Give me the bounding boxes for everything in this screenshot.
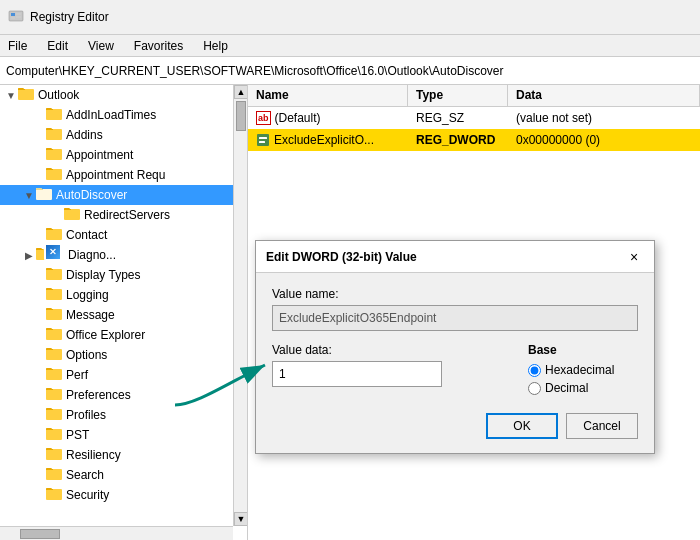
tree-vscroll-thumb[interactable] xyxy=(236,101,246,131)
address-path: Computer\HKEY_CURRENT_USER\SOFTWARE\Micr… xyxy=(6,64,503,78)
tree-hscroll-thumb[interactable] xyxy=(20,529,60,539)
tree-item-message[interactable]: Message xyxy=(0,305,247,325)
tree-label-redirectservers: RedirectServers xyxy=(84,208,170,222)
value-type-default: REG_SZ xyxy=(408,109,508,127)
folder-icon-appointment xyxy=(46,147,62,164)
tree-item-autodiscover[interactable]: ▼ AutoDiscover xyxy=(0,185,247,205)
tree-item-options[interactable]: Options xyxy=(0,345,247,365)
tree-vscroll-up[interactable]: ▲ xyxy=(234,85,248,99)
folder-icon-addintimes xyxy=(46,107,62,124)
svg-rect-4 xyxy=(16,16,21,18)
tree-label-logging: Logging xyxy=(66,288,109,302)
folder-icon-redirectservers xyxy=(64,207,80,224)
tree-item-displaytypes[interactable]: Display Types xyxy=(0,265,247,285)
menu-favorites[interactable]: Favorites xyxy=(130,37,187,55)
menu-edit[interactable]: Edit xyxy=(43,37,72,55)
dialog-close-button[interactable]: × xyxy=(624,247,644,267)
folder-icon-officeexplorer xyxy=(46,327,62,344)
value-data-excludeexplicit: 0x00000000 (0) xyxy=(508,131,700,149)
tree-item-security[interactable]: Security xyxy=(0,485,247,505)
tree-item-addintimes[interactable]: AddInLoadTimes xyxy=(0,105,247,125)
type-icon-dword xyxy=(256,133,270,147)
value-data-label: Value data: xyxy=(272,343,508,357)
dialog-body: Value name: Value data: Base Hexadecimal xyxy=(256,273,654,453)
tree-item-appointmentreq[interactable]: Appointment Requ xyxy=(0,165,247,185)
tree-panel: ▼ Outlook AddInLoadTimes xyxy=(0,85,248,540)
value-name-label: Value name: xyxy=(272,287,638,301)
folder-icon-profiles xyxy=(46,407,62,424)
ok-button[interactable]: OK xyxy=(486,413,558,439)
tree-scroll[interactable]: ▼ Outlook AddInLoadTimes xyxy=(0,85,247,540)
tree-item-perf[interactable]: Perf xyxy=(0,365,247,385)
hex-radio[interactable] xyxy=(528,364,541,377)
value-row-default[interactable]: ab (Default) REG_SZ (value not set) xyxy=(248,107,700,129)
edit-dword-dialog: Edit DWORD (32-bit) Value × Value name: … xyxy=(255,240,655,454)
tree-item-logging[interactable]: Logging xyxy=(0,285,247,305)
value-name-input[interactable] xyxy=(272,305,638,331)
folder-icon-resiliency xyxy=(46,447,62,464)
type-icon-ab: ab xyxy=(256,111,271,125)
decimal-option[interactable]: Decimal xyxy=(528,381,638,395)
tree-label-options: Options xyxy=(66,348,107,362)
tree-item-preferences[interactable]: Preferences xyxy=(0,385,247,405)
tree-label-officeexplorer: Office Explorer xyxy=(66,328,145,342)
tree-item-appointment[interactable]: Appointment xyxy=(0,145,247,165)
folder-icon-preferences xyxy=(46,387,62,404)
hex-label: Hexadecimal xyxy=(545,363,614,377)
cancel-button[interactable]: Cancel xyxy=(566,413,638,439)
tree-item-pst[interactable]: PST xyxy=(0,425,247,445)
folder-icon-security xyxy=(46,487,62,504)
value-type-excludeexplicit: REG_DWORD xyxy=(408,131,508,149)
tree-label-profiles: Profiles xyxy=(66,408,106,422)
dialog-title-bar: Edit DWORD (32-bit) Value × xyxy=(256,241,654,273)
tree-item-profiles[interactable]: Profiles xyxy=(0,405,247,425)
main-content: ▼ Outlook AddInLoadTimes xyxy=(0,85,700,540)
folder-icon-options xyxy=(46,347,62,364)
svg-rect-6 xyxy=(259,137,267,139)
values-header: Name Type Data xyxy=(248,85,700,107)
tree-label-preferences: Preferences xyxy=(66,388,131,402)
expand-icon-outlook: ▼ xyxy=(4,90,18,101)
tree-item-addins[interactable]: Addins xyxy=(0,125,247,145)
folder-icon-appointmentreq xyxy=(46,167,62,184)
tree-hscroll[interactable] xyxy=(0,526,233,540)
value-name-excludeexplicit: ExcludeExplicitO... xyxy=(248,131,408,149)
tree-item-officeexplorer[interactable]: Office Explorer xyxy=(0,325,247,345)
svg-rect-1 xyxy=(11,13,15,16)
tree-item-outlook[interactable]: ▼ Outlook xyxy=(0,85,247,105)
tree-item-contact[interactable]: Contact xyxy=(0,225,247,245)
menu-file[interactable]: File xyxy=(4,37,31,55)
tree-label-contact: Contact xyxy=(66,228,107,242)
menu-help[interactable]: Help xyxy=(199,37,232,55)
base-label: Base xyxy=(528,343,638,357)
value-data-input[interactable] xyxy=(272,361,442,387)
col-type: Type xyxy=(408,85,508,106)
hexadecimal-option[interactable]: Hexadecimal xyxy=(528,363,638,377)
app-icon xyxy=(8,8,24,27)
tree-vscroll-down[interactable]: ▼ xyxy=(234,512,248,526)
tree-item-resiliency[interactable]: Resiliency xyxy=(0,445,247,465)
tree-item-diagno[interactable]: ▶ ✕ Diagno... xyxy=(0,245,247,265)
tree-label-outlook: Outlook xyxy=(38,88,79,102)
tree-item-redirectservers[interactable]: RedirectServers xyxy=(0,205,247,225)
tree-label-message: Message xyxy=(66,308,115,322)
tree-label-perf: Perf xyxy=(66,368,88,382)
dialog-buttons: OK Cancel xyxy=(272,413,638,439)
folder-icon-search xyxy=(46,467,62,484)
tree-vscroll[interactable]: ▲ ▼ xyxy=(233,85,247,526)
col-data: Data xyxy=(508,85,700,106)
tree-label-search: Search xyxy=(66,468,104,482)
tree-label-displaytypes: Display Types xyxy=(66,268,140,282)
tree-label-autodiscover: AutoDiscover xyxy=(56,188,127,202)
value-row-excludeexplicit[interactable]: ExcludeExplicitO... REG_DWORD 0x00000000… xyxy=(248,129,700,151)
tree-item-search[interactable]: Search xyxy=(0,465,247,485)
svg-rect-5 xyxy=(257,134,269,146)
tree-label-addintimes: AddInLoadTimes xyxy=(66,108,156,122)
tree-label-appointment: Appointment xyxy=(66,148,133,162)
menu-view[interactable]: View xyxy=(84,37,118,55)
dec-radio[interactable] xyxy=(528,382,541,395)
expand-icon-diagno: ▶ xyxy=(22,250,36,261)
address-bar: Computer\HKEY_CURRENT_USER\SOFTWARE\Micr… xyxy=(0,57,700,85)
tree-label-pst: PST xyxy=(66,428,89,442)
folder-icon-autodiscover xyxy=(36,187,52,204)
